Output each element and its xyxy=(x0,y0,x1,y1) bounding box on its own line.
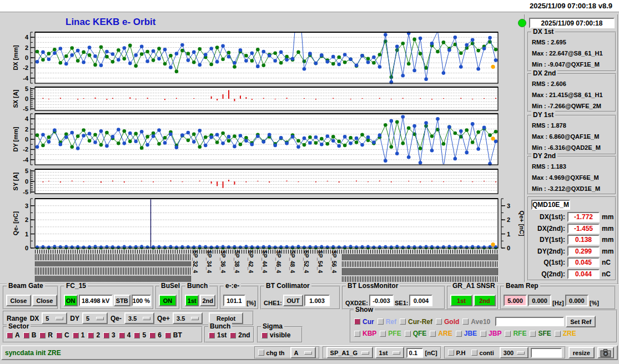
sector-item-checkbox[interactable] xyxy=(149,332,155,338)
monitor-label: DX(1st): xyxy=(531,213,565,221)
signal-select-dropdown[interactable]: SP_A1_G xyxy=(326,347,373,358)
bunch-item-1st[interactable]: 1st xyxy=(209,331,227,339)
bunch-item-2nd[interactable]: 2nd xyxy=(230,331,250,339)
gr-a1-1st-button[interactable]: 1st xyxy=(450,295,472,306)
qxd2e-value-display: -0.003 xyxy=(369,295,394,306)
range-dy-label: DY xyxy=(70,315,79,322)
show-region-checkbox[interactable] xyxy=(456,331,462,337)
sector-select-value: A xyxy=(294,350,299,356)
bunch-2nd-button[interactable]: 2nd xyxy=(200,295,215,306)
show-option-cur-ref[interactable]: Cur-Ref xyxy=(400,318,432,326)
show-region-checkbox[interactable] xyxy=(480,331,486,337)
sector-item-5[interactable]: 5 xyxy=(134,331,146,339)
sector-item-checkbox[interactable] xyxy=(88,332,94,338)
show-option-checkbox[interactable] xyxy=(400,318,406,325)
show-option-checkbox[interactable] xyxy=(462,318,469,325)
sector-item-checkbox[interactable] xyxy=(103,332,109,338)
sector-item-checkbox[interactable] xyxy=(56,332,62,338)
monitor-label: Q(1st): xyxy=(531,259,565,266)
show-option-cur[interactable]: Cur xyxy=(354,318,374,326)
show-region-are[interactable]: ARE xyxy=(430,330,452,337)
sector-item-3[interactable]: 3 xyxy=(103,331,115,339)
monitor-row: DY(1st):0.138mm xyxy=(530,234,613,246)
range-qe-minus-dropdown[interactable]: 3.5 xyxy=(124,312,154,324)
ref-name-input[interactable] xyxy=(495,317,564,326)
chg-th-checkbox[interactable] xyxy=(258,350,264,356)
show-region-zre[interactable]: ZRE xyxy=(555,330,576,337)
sector-item-b[interactable]: B xyxy=(23,331,37,339)
sector-item-a[interactable]: A xyxy=(7,331,20,339)
sector-item-checkbox[interactable] xyxy=(39,332,46,338)
fc15-stb-button[interactable]: STB xyxy=(114,295,130,306)
sector-item-4[interactable]: 4 xyxy=(119,331,131,339)
show-region-checkbox[interactable] xyxy=(405,331,411,337)
show-region-rfe[interactable]: RFE xyxy=(505,330,526,337)
range-dx-value: 5 xyxy=(46,315,49,322)
show-option-ref[interactable]: Ref xyxy=(378,318,396,326)
show-region-checkbox[interactable] xyxy=(530,331,536,337)
sector-item-label: A xyxy=(15,331,20,339)
count-input[interactable] xyxy=(531,348,562,358)
sigma-item-visible[interactable]: visible xyxy=(261,331,290,339)
sector-item-checkbox[interactable] xyxy=(165,332,171,338)
show-option-gold[interactable]: Gold xyxy=(436,318,459,326)
sector-item-checkbox[interactable] xyxy=(119,332,125,338)
show-region-checkbox[interactable] xyxy=(555,331,561,337)
beam-gate-close-1-button[interactable]: Close xyxy=(6,295,31,306)
sigma-item-checkbox[interactable] xyxy=(261,332,268,338)
show-region-checkbox[interactable] xyxy=(505,331,511,337)
sector-item-checkbox[interactable] xyxy=(134,332,140,338)
show-region-label: JBP xyxy=(489,330,501,337)
range-qe-plus-dropdown[interactable]: 3.5 xyxy=(173,312,203,324)
sector-item-6[interactable]: 6 xyxy=(149,331,162,339)
range-dy-dropdown[interactable]: 5 xyxy=(82,312,108,324)
threshold-input[interactable] xyxy=(406,348,423,358)
sector-select-dropdown[interactable]: A xyxy=(290,347,316,358)
y-axis-label: Qe- [nC] xyxy=(12,211,19,235)
show-region-checkbox[interactable] xyxy=(430,331,436,337)
sector-item-checkbox[interactable] xyxy=(7,332,13,338)
conti-option[interactable]: conti xyxy=(471,350,494,356)
che1-out-button[interactable]: OUT xyxy=(283,295,303,306)
chg-th-option[interactable]: chg th xyxy=(258,350,285,356)
screenshot-button[interactable] xyxy=(597,347,614,358)
busel-on-button[interactable]: ON xyxy=(159,295,177,306)
ph-option[interactable]: P.H xyxy=(448,350,466,356)
conti-checkbox[interactable] xyxy=(471,350,477,356)
bunch-1st-button[interactable]: 1st xyxy=(185,295,199,306)
range-dx-dropdown[interactable]: 5 xyxy=(42,312,67,324)
show-region-checkbox[interactable] xyxy=(354,331,360,337)
show-option-ave10[interactable]: Ave10 xyxy=(462,318,490,326)
show-region-jbp[interactable]: JBP xyxy=(480,330,501,337)
bunch-select-dropdown[interactable]: 1st xyxy=(375,347,404,358)
sector-item-c[interactable]: C xyxy=(56,331,69,339)
sector-item-1[interactable]: 1 xyxy=(73,331,85,339)
sector-item-checkbox[interactable] xyxy=(23,332,29,338)
sector-item-2[interactable]: 2 xyxy=(88,331,100,339)
show-region-pfe[interactable]: PFE xyxy=(380,330,401,337)
show-region-qfe[interactable]: QFE xyxy=(405,330,427,337)
show-region-kbp[interactable]: KBP xyxy=(354,330,376,337)
show-region-sfe[interactable]: SFE xyxy=(530,330,551,337)
bunch-item-label: 2nd xyxy=(238,331,250,339)
show-option-checkbox[interactable] xyxy=(378,318,384,325)
beam-gate-close-2-button[interactable]: Close xyxy=(32,295,57,306)
gr-a1-2nd-button[interactable]: 2nd xyxy=(474,295,496,306)
bunch-item-checkbox[interactable] xyxy=(230,332,236,338)
ph-checkbox[interactable] xyxy=(448,350,454,356)
titlebar-clock: 2025/11/09 07:00:18 v8.9 xyxy=(530,2,612,10)
interval-dropdown[interactable]: 300 xyxy=(500,347,529,358)
bunch-item-checkbox[interactable] xyxy=(209,332,215,338)
sector-item-bt[interactable]: BT xyxy=(165,331,182,339)
bunch-select-panel: Bunch 1st 2nd xyxy=(182,286,218,310)
show-region-jbe[interactable]: JBE xyxy=(456,330,477,337)
show-option-checkbox[interactable] xyxy=(436,318,442,325)
fc15-on-button[interactable]: ON xyxy=(64,295,78,306)
show-region-checkbox[interactable] xyxy=(380,331,386,337)
sector-item-checkbox[interactable] xyxy=(73,332,79,338)
sector-item-r[interactable]: R xyxy=(39,331,53,339)
set-ref-button[interactable]: Set Ref xyxy=(566,316,596,327)
monitor-value: -1.455 xyxy=(567,224,600,234)
resize-button[interactable]: resize xyxy=(568,347,595,358)
show-option-checkbox[interactable] xyxy=(354,318,360,325)
